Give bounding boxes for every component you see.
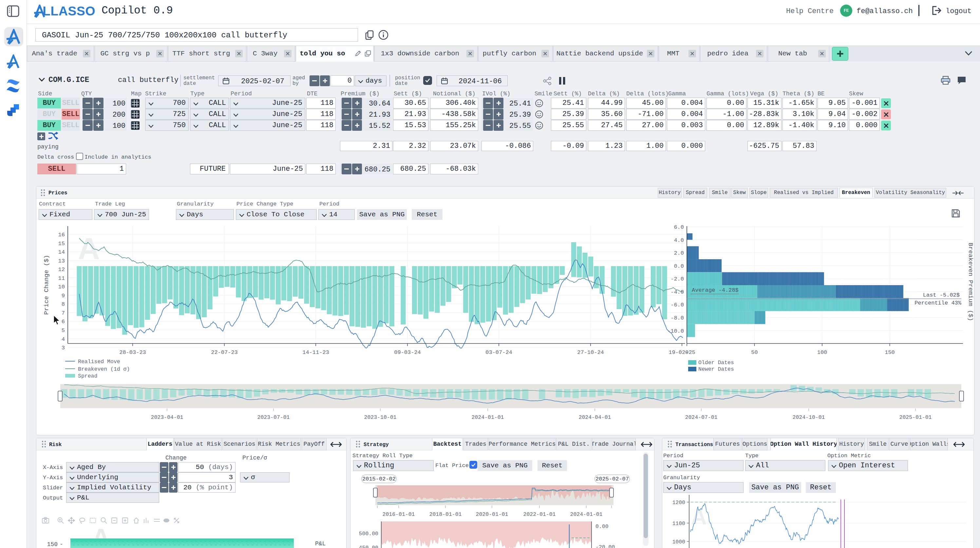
- svg-text:1200: 1200: [672, 500, 685, 506]
- svg-text:1000: 1000: [672, 539, 685, 545]
- svg-text:1100: 1100: [672, 521, 685, 527]
